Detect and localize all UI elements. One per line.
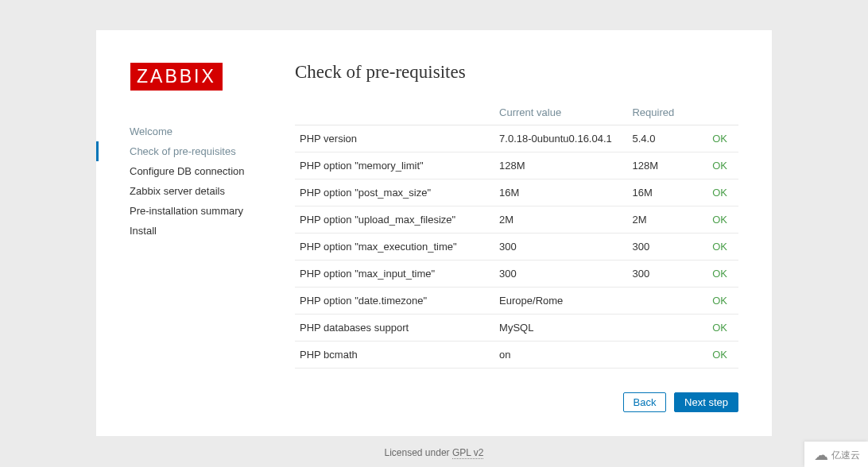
- cell-required: 2M: [627, 206, 694, 234]
- table-row: PHP option "post_max_size"16M16MOK: [295, 179, 738, 206]
- table-row: PHP option "date.timezone"Europe/RomeOK: [295, 288, 738, 315]
- col-current: Current value: [494, 100, 627, 125]
- nav-item-welcome[interactable]: Welcome: [96, 122, 295, 141]
- next-step-button[interactable]: Next step: [674, 392, 738, 412]
- nav-item-prerequisites[interactable]: Check of pre-requisites: [96, 141, 295, 161]
- cell-current-value: on: [494, 342, 627, 369]
- cell-name: PHP version: [295, 125, 494, 152]
- table-row: PHP option "memory_limit"128M128MOK: [295, 152, 738, 179]
- table-row: PHP databases supportMySQLOK: [295, 315, 738, 342]
- cell-name: PHP mbstring: [295, 369, 494, 376]
- cell-status: OK: [694, 125, 738, 152]
- cell-required: 300: [627, 234, 694, 261]
- cell-status: OK: [694, 261, 738, 288]
- sidebar: ZABBIX Welcome Check of pre-requisites C…: [130, 62, 295, 412]
- watermark: ☁ 亿速云: [804, 442, 868, 467]
- layout: ZABBIX Welcome Check of pre-requisites C…: [130, 62, 738, 412]
- cell-required: [627, 342, 694, 369]
- table-row: PHP version7.0.18-0ubuntu0.16.04.15.4.0O…: [295, 125, 738, 152]
- cell-status: OK: [694, 342, 738, 369]
- prerequisites-table: Current value Required PHP version7.0.18…: [295, 100, 738, 375]
- cell-name: PHP option "post_max_size": [295, 179, 494, 206]
- cell-required: [627, 369, 694, 376]
- cell-required: [627, 288, 694, 315]
- nav-item-db-connection[interactable]: Configure DB connection: [96, 161, 295, 181]
- cell-status: OK: [694, 234, 738, 261]
- wizard-steps: Welcome Check of pre-requisites Configur…: [96, 122, 295, 241]
- cell-current-value: 128M: [494, 152, 627, 179]
- col-required: Required: [627, 100, 694, 125]
- cell-current-value: 2M: [494, 206, 627, 234]
- table-row: PHP bcmathonOK: [295, 342, 738, 369]
- setup-wizard-container: ZABBIX Welcome Check of pre-requisites C…: [96, 30, 772, 436]
- cell-current-value: 7.0.18-0ubuntu0.16.04.1: [494, 125, 627, 152]
- nav-item-server-details[interactable]: Zabbix server details: [96, 181, 295, 201]
- cell-current-value: Europe/Rome: [494, 288, 627, 315]
- table-row: PHP option "max_execution_time"300300OK: [295, 234, 738, 261]
- back-button[interactable]: Back: [623, 392, 667, 412]
- cell-status: OK: [694, 315, 738, 342]
- main-content: Check of pre-requisites Current value Re…: [295, 62, 738, 412]
- cell-name: PHP bcmath: [295, 342, 494, 369]
- cell-status: OK: [694, 206, 738, 234]
- button-row: Back Next step: [295, 392, 738, 412]
- cell-required: 5.4.0: [627, 125, 694, 152]
- table-row: PHP option "max_input_time"300300OK: [295, 261, 738, 288]
- cell-status: OK: [694, 288, 738, 315]
- table-header-row: Current value Required: [295, 100, 738, 125]
- cell-status: OK: [694, 179, 738, 206]
- cell-name: PHP option "max_execution_time": [295, 234, 494, 261]
- cell-required: [627, 315, 694, 342]
- page-title: Check of pre-requisites: [295, 62, 738, 83]
- table-row: PHP option "upload_max_filesize"2M2MOK: [295, 206, 738, 234]
- cell-required: 300: [627, 261, 694, 288]
- footer: Licensed under GPL v2: [0, 447, 868, 458]
- col-status: [694, 100, 738, 125]
- nav-item-install[interactable]: Install: [96, 221, 295, 241]
- cell-name: PHP option "max_input_time": [295, 261, 494, 288]
- nav-item-preinstall-summary[interactable]: Pre-installation summary: [96, 201, 295, 221]
- cell-current-value: on: [494, 369, 627, 376]
- cell-status: OK: [694, 152, 738, 179]
- cell-current-value: 300: [494, 234, 627, 261]
- cell-name: PHP option "memory_limit": [295, 152, 494, 179]
- col-name: [295, 100, 494, 125]
- footer-license-link[interactable]: GPL v2: [452, 447, 484, 459]
- cell-name: PHP option "date.timezone": [295, 288, 494, 315]
- prerequisites-table-wrapper[interactable]: Current value Required PHP version7.0.18…: [295, 100, 738, 375]
- zabbix-logo: ZABBIX: [130, 62, 223, 91]
- cell-name: PHP databases support: [295, 315, 494, 342]
- cell-required: 16M: [627, 179, 694, 206]
- cell-current-value: 300: [494, 261, 627, 288]
- cell-required: 128M: [627, 152, 694, 179]
- cell-current-value: MySQL: [494, 315, 627, 342]
- cloud-icon: ☁: [814, 446, 828, 464]
- cell-name: PHP option "upload_max_filesize": [295, 206, 494, 234]
- table-row: PHP mbstringonOK: [295, 369, 738, 376]
- footer-text: Licensed under: [385, 447, 452, 458]
- cell-current-value: 16M: [494, 179, 627, 206]
- cell-status: OK: [694, 369, 738, 376]
- watermark-text: 亿速云: [831, 449, 860, 462]
